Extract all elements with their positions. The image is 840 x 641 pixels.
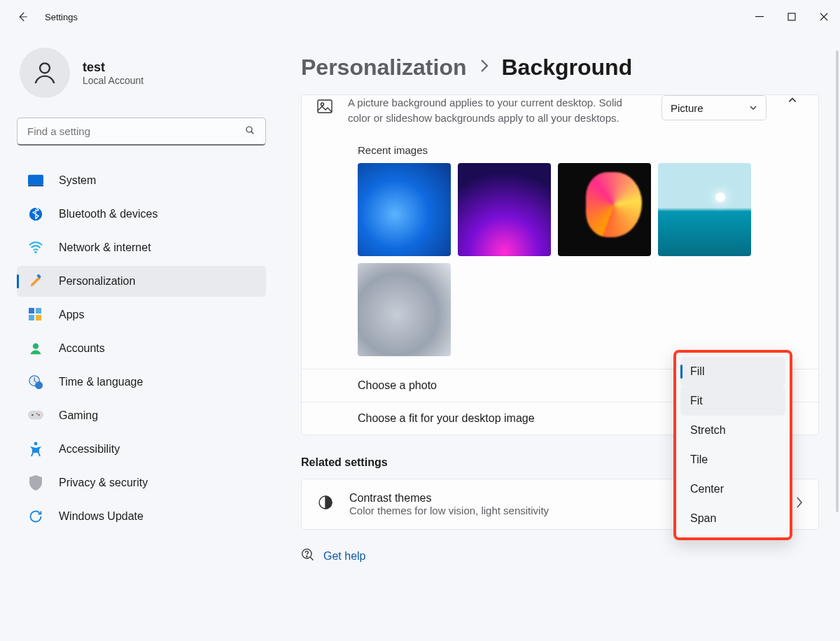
sidebar-item-label: Network & internet: [59, 241, 151, 254]
bluetooth-icon: [28, 206, 43, 222]
breadcrumb-parent[interactable]: Personalization: [301, 55, 467, 80]
close-button[interactable]: [808, 5, 840, 29]
wifi-icon: [28, 240, 43, 255]
sidebar-item-privacy[interactable]: Privacy & security: [17, 467, 266, 498]
recent-image-thumbnail[interactable]: [458, 163, 551, 256]
back-button[interactable]: [15, 10, 29, 24]
user-name: test: [83, 60, 144, 75]
paintbrush-icon: [28, 274, 43, 289]
clock-globe-icon: [28, 374, 43, 390]
fit-option-span[interactable]: Span: [680, 504, 785, 533]
background-type-dropdown[interactable]: Picture: [662, 95, 766, 120]
svg-rect-16: [28, 411, 43, 420]
minimize-button[interactable]: [743, 5, 776, 29]
sidebar-item-accounts[interactable]: Accounts: [17, 333, 266, 364]
breadcrumb: Personalization Background: [301, 55, 819, 80]
svg-rect-1: [788, 13, 795, 20]
recent-image-thumbnail[interactable]: [558, 163, 651, 256]
sidebar-item-time-language[interactable]: Time & language: [17, 367, 266, 397]
sidebar-item-bluetooth[interactable]: Bluetooth & devices: [17, 199, 266, 230]
user-account-box[interactable]: test Local Account: [17, 48, 263, 98]
app-title: Settings: [45, 12, 78, 22]
recent-image-thumbnail[interactable]: [658, 163, 751, 256]
svg-point-22: [321, 103, 324, 106]
person-icon: [28, 341, 43, 356]
contrast-icon: [317, 494, 334, 514]
sidebar-item-network[interactable]: Network & internet: [17, 232, 266, 263]
svg-rect-11: [29, 315, 34, 320]
contrast-themes-subtitle: Color themes for low vision, light sensi…: [349, 505, 549, 516]
svg-point-13: [33, 344, 38, 349]
svg-point-17: [31, 414, 34, 416]
sidebar-item-accessibility[interactable]: Accessibility: [17, 434, 266, 465]
avatar: [20, 48, 70, 98]
sidebar-item-gaming[interactable]: Gaming: [17, 400, 266, 431]
breadcrumb-current: Background: [502, 55, 633, 80]
maximize-button[interactable]: [776, 5, 808, 29]
fit-option-center[interactable]: Center: [680, 474, 785, 504]
chevron-right-icon: [796, 497, 803, 511]
collapse-toggle[interactable]: [780, 95, 804, 105]
contrast-themes-title: Contrast themes: [349, 492, 549, 505]
sidebar-item-system[interactable]: System: [17, 165, 266, 196]
get-help-link[interactable]: Get help: [301, 548, 819, 565]
recent-image-thumbnail[interactable]: [358, 163, 451, 256]
sidebar-item-label: Personalization: [59, 275, 135, 288]
get-help-label: Get help: [323, 550, 365, 563]
svg-point-19: [36, 413, 38, 414]
accessibility-icon: [28, 442, 43, 457]
sidebar-item-personalization[interactable]: Personalization: [17, 266, 266, 297]
shield-icon: [28, 475, 43, 491]
sidebar-item-label: Gaming: [59, 409, 98, 422]
chevron-right-icon: [479, 59, 489, 77]
user-account-type: Local Account: [83, 75, 144, 86]
sidebar-item-label: Apps: [59, 309, 84, 321]
svg-rect-0: [755, 16, 764, 17]
update-icon: [28, 509, 43, 524]
apps-icon: [28, 307, 43, 323]
recent-image-thumbnail[interactable]: [358, 263, 451, 356]
search-field[interactable]: [27, 125, 244, 137]
system-icon: [28, 173, 43, 188]
sidebar-item-label: Accessibility: [59, 443, 120, 456]
svg-point-3: [246, 127, 252, 132]
fit-option-stretch[interactable]: Stretch: [680, 416, 785, 445]
search-input[interactable]: [17, 118, 266, 146]
dropdown-value: Picture: [671, 102, 704, 114]
svg-rect-21: [318, 100, 332, 113]
svg-point-18: [38, 414, 40, 416]
svg-point-25: [307, 556, 307, 556]
svg-rect-9: [29, 308, 34, 314]
svg-point-2: [40, 63, 50, 73]
search-icon: [244, 125, 255, 139]
gamepad-icon: [28, 408, 43, 423]
sidebar-item-label: Time & language: [59, 376, 143, 388]
scrollbar[interactable]: [836, 50, 839, 512]
sidebar-item-label: System: [59, 174, 96, 187]
help-icon: [301, 548, 315, 565]
picture-icon: [316, 95, 334, 115]
sidebar-item-label: Privacy & security: [59, 477, 148, 489]
svg-rect-4: [28, 175, 43, 185]
sidebar-item-label: Windows Update: [59, 510, 144, 523]
fit-option-tile[interactable]: Tile: [680, 445, 785, 474]
sidebar-item-windows-update[interactable]: Windows Update: [17, 501, 266, 532]
svg-point-15: [35, 381, 43, 389]
svg-point-7: [34, 251, 36, 253]
sidebar-item-apps[interactable]: Apps: [17, 300, 266, 330]
sidebar-item-label: Bluetooth & devices: [59, 208, 158, 220]
svg-rect-12: [36, 315, 41, 320]
fit-option-fill[interactable]: Fill: [680, 357, 785, 386]
recent-images-label: Recent images: [358, 144, 804, 156]
svg-rect-10: [36, 308, 41, 314]
sidebar-item-label: Accounts: [59, 342, 105, 355]
fit-option-fit[interactable]: Fit: [680, 386, 785, 416]
fit-dropdown-menu: Fill Fit Stretch Tile Center Span: [673, 350, 792, 540]
svg-rect-5: [28, 185, 43, 186]
svg-point-20: [34, 442, 38, 446]
background-description: A picture background applies to your cur…: [348, 95, 648, 126]
chevron-down-icon: [749, 102, 757, 114]
